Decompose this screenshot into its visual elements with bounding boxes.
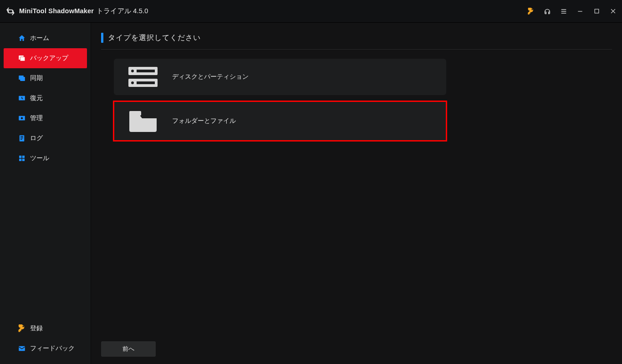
home-icon — [17, 34, 26, 43]
manage-icon — [17, 114, 26, 123]
svg-rect-10 — [20, 77, 25, 81]
sidebar-item-label: ホーム — [30, 34, 49, 42]
titlebar-headset-icon[interactable] — [543, 7, 552, 16]
section-header: タイプを選択してください — [101, 31, 612, 45]
svg-rect-4 — [595, 9, 599, 13]
backup-icon — [17, 54, 26, 63]
section-divider — [101, 49, 612, 50]
svg-point-13 — [21, 117, 23, 119]
sidebar-item-home[interactable]: ホーム — [0, 28, 91, 48]
titlebar-key-icon[interactable] — [526, 7, 535, 16]
svg-point-25 — [131, 70, 134, 72]
svg-rect-18 — [19, 156, 21, 158]
back-button[interactable]: 前へ — [101, 341, 156, 357]
sidebar-item-label: 復元 — [30, 94, 43, 102]
svg-rect-21 — [22, 159, 25, 161]
sidebar-item-label: ログ — [30, 134, 43, 142]
sidebar-item-log[interactable]: ログ — [0, 128, 91, 148]
sidebar-item-label: 登録 — [30, 324, 43, 333]
disk-partition-icon — [127, 64, 159, 90]
restore-icon — [17, 94, 26, 103]
sidebar-item-feedback[interactable]: フィードバック — [0, 339, 91, 359]
sidebar-item-label: 同期 — [30, 74, 43, 82]
titlebar-menu-icon[interactable] — [559, 7, 568, 16]
sidebar-item-restore[interactable]: 復元 — [0, 88, 91, 108]
key-icon — [17, 324, 26, 333]
main-panel: タイプを選択してください ディスクとパーティション — [91, 23, 622, 364]
section-accent — [101, 33, 103, 43]
svg-rect-8 — [20, 57, 25, 61]
svg-rect-29 — [129, 111, 141, 116]
app-name: MiniTool ShadowMaker — [19, 7, 94, 15]
sync-icon — [17, 74, 26, 83]
sidebar-item-manage[interactable]: 管理 — [0, 108, 91, 128]
sidebar-item-backup[interactable]: バックアップ — [4, 48, 87, 68]
sidebar-item-label: 管理 — [30, 114, 43, 122]
window-minimize-button[interactable] — [576, 7, 585, 16]
window-close-button[interactable] — [608, 7, 617, 16]
svg-point-27 — [131, 81, 134, 84]
folder-icon — [127, 108, 159, 134]
svg-rect-26 — [137, 70, 155, 72]
card-label: ディスクとパーティション — [172, 73, 249, 81]
mail-icon — [17, 344, 26, 353]
sidebar-item-sync[interactable]: 同期 — [0, 68, 91, 88]
sidebar-item-tools[interactable]: ツール — [0, 148, 91, 168]
window-maximize-button[interactable] — [592, 7, 601, 16]
svg-rect-20 — [19, 159, 21, 161]
sidebar-item-label: フィードバック — [30, 344, 75, 353]
card-folders-files[interactable]: フォルダーとファイル — [114, 101, 446, 141]
tools-icon — [17, 154, 26, 163]
sidebar-item-register[interactable]: 登録 — [0, 318, 91, 339]
log-icon — [17, 134, 26, 143]
svg-rect-19 — [22, 156, 25, 158]
back-button-label: 前へ — [122, 345, 134, 353]
card-label: フォルダーとファイル — [172, 117, 236, 125]
sidebar: ホーム バックアップ 同期 復元 管理 — [0, 23, 91, 364]
svg-rect-28 — [137, 81, 155, 84]
sidebar-item-label: ツール — [30, 154, 49, 162]
card-disk-partition[interactable]: ディスクとパーティション — [114, 59, 446, 95]
app-edition-version: トライアル 4.5.0 — [97, 7, 148, 15]
app-logo-icon — [5, 6, 15, 16]
sidebar-item-label: バックアップ — [30, 54, 68, 62]
app-title: MiniTool ShadowMaker トライアル 4.5.0 — [19, 7, 148, 15]
titlebar: MiniTool ShadowMaker トライアル 4.5.0 — [0, 0, 622, 23]
section-title: タイプを選択してください — [108, 33, 201, 43]
